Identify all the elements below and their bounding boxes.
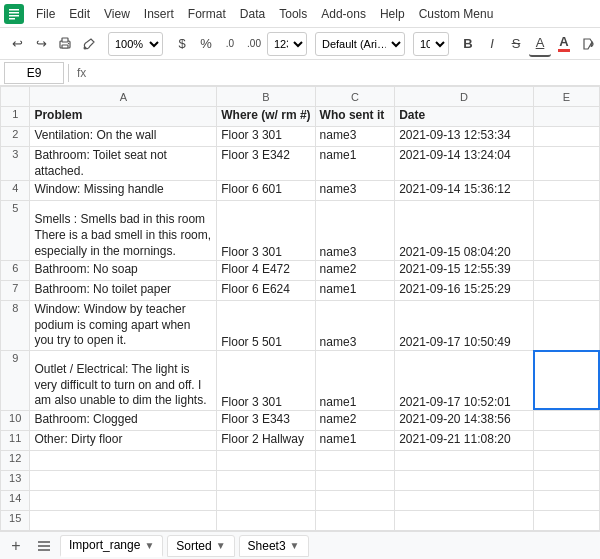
bold-button[interactable]: B [457, 31, 479, 57]
menu-help[interactable]: Help [374, 5, 411, 23]
cell-d15[interactable] [395, 510, 534, 530]
row-number-5[interactable]: 5 [1, 201, 30, 261]
cell-b6[interactable]: Floor 4 E472 [217, 261, 315, 281]
row-number-15[interactable]: 15 [1, 510, 30, 530]
cell-b14[interactable] [217, 490, 315, 510]
cell-c16[interactable] [315, 530, 395, 531]
cell-e5[interactable] [533, 201, 599, 261]
cell-d6[interactable]: 2021-09-15 12:55:39 [395, 261, 534, 281]
cell-a2[interactable]: Ventilation: On the wall [30, 127, 217, 147]
cell-c14[interactable] [315, 490, 395, 510]
cell-a5[interactable]: Smells : Smells bad in this room There i… [30, 201, 217, 261]
cell-c6[interactable]: name2 [315, 261, 395, 281]
tab-sheet3[interactable]: Sheet3 ▼ [239, 535, 309, 557]
col-header-b[interactable]: B [217, 87, 315, 107]
cell-b5[interactable]: Floor 3 301 [217, 201, 315, 261]
row-number-8[interactable]: 8 [1, 301, 30, 351]
cell-b15[interactable] [217, 510, 315, 530]
cell-c15[interactable] [315, 510, 395, 530]
cell-e15[interactable] [533, 510, 599, 530]
cell-b12[interactable] [217, 450, 315, 470]
row-number-16[interactable]: 16 [1, 530, 30, 531]
cell-c10[interactable]: name2 [315, 410, 395, 430]
row-number-3[interactable]: 3 [1, 147, 30, 181]
cell-d8[interactable]: 2021-09-17 10:50:49 [395, 301, 534, 351]
row-number-12[interactable]: 12 [1, 450, 30, 470]
cell-d11[interactable]: 2021-09-21 11:08:20 [395, 430, 534, 450]
cell-b8[interactable]: Floor 5 501 [217, 301, 315, 351]
cell-b16[interactable] [217, 530, 315, 531]
italic-button[interactable]: I [481, 31, 503, 57]
row-number-13[interactable]: 13 [1, 470, 30, 490]
sheet-list-button[interactable] [32, 535, 56, 557]
cell-c7[interactable]: name1 [315, 281, 395, 301]
cell-e6[interactable] [533, 261, 599, 281]
cell-c5[interactable]: name3 [315, 201, 395, 261]
formula-input[interactable] [94, 62, 596, 84]
zoom-select[interactable]: 100% [108, 32, 163, 56]
cell-b4[interactable]: Floor 6 601 [217, 181, 315, 201]
menu-addons[interactable]: Add-ons [315, 5, 372, 23]
menu-edit[interactable]: Edit [63, 5, 96, 23]
cell-d7[interactable]: 2021-09-16 15:25:29 [395, 281, 534, 301]
cell-b7[interactable]: Floor 6 E624 [217, 281, 315, 301]
fillcolor-button[interactable] [577, 31, 599, 57]
cell-e16[interactable] [533, 530, 599, 531]
menu-insert[interactable]: Insert [138, 5, 180, 23]
cell-a10[interactable]: Bathroom: Clogged [30, 410, 217, 430]
cell-a16[interactable] [30, 530, 217, 531]
row-number-11[interactable]: 11 [1, 430, 30, 450]
cell-e2[interactable] [533, 127, 599, 147]
cell-e8[interactable] [533, 301, 599, 351]
menu-format[interactable]: Format [182, 5, 232, 23]
cell-b2[interactable]: Floor 3 301 [217, 127, 315, 147]
cell-a15[interactable] [30, 510, 217, 530]
cell-a8[interactable]: Window: Window by teacher podium is comi… [30, 301, 217, 351]
cell-a3[interactable]: Bathroom: Toilet seat not attached. [30, 147, 217, 181]
currency-button[interactable]: $ [171, 31, 193, 57]
cell-d13[interactable] [395, 470, 534, 490]
paint-button[interactable] [78, 31, 100, 57]
col-header-a[interactable]: A [30, 87, 217, 107]
cell-c4[interactable]: name3 [315, 181, 395, 201]
cell-e3[interactable] [533, 147, 599, 181]
cell-d12[interactable] [395, 450, 534, 470]
cell-b11[interactable]: Floor 2 Hallway [217, 430, 315, 450]
cell-e10[interactable] [533, 410, 599, 430]
decimal0-button[interactable]: .0 [219, 31, 241, 57]
row-number-2[interactable]: 2 [1, 127, 30, 147]
cell-reference-input[interactable] [4, 62, 64, 84]
cell-c11[interactable]: name1 [315, 430, 395, 450]
cell-d5[interactable]: 2021-09-15 08:04:20 [395, 201, 534, 261]
cell-a6[interactable]: Bathroom: No soap [30, 261, 217, 281]
strikethrough-button[interactable]: S [505, 31, 527, 57]
print-button[interactable] [54, 31, 76, 57]
cell-b3[interactable]: Floor 3 E342 [217, 147, 315, 181]
cell-e12[interactable] [533, 450, 599, 470]
menu-view[interactable]: View [98, 5, 136, 23]
cell-c2[interactable]: name3 [315, 127, 395, 147]
row-number-9[interactable]: 9 [1, 350, 30, 410]
percent-button[interactable]: % [195, 31, 217, 57]
cell-a14[interactable] [30, 490, 217, 510]
cell-d1[interactable]: Date [395, 107, 534, 127]
font-select[interactable]: Default (Ari… [315, 32, 405, 56]
row-number-10[interactable]: 10 [1, 410, 30, 430]
col-header-d[interactable]: D [395, 87, 534, 107]
cell-e4[interactable] [533, 181, 599, 201]
cell-b10[interactable]: Floor 3 E343 [217, 410, 315, 430]
add-sheet-button[interactable]: + [4, 535, 28, 557]
tab-sorted[interactable]: Sorted ▼ [167, 535, 234, 557]
format-select[interactable]: 123 [267, 32, 307, 56]
cell-e11[interactable] [533, 430, 599, 450]
cell-a11[interactable]: Other: Dirty floor [30, 430, 217, 450]
menu-file[interactable]: File [30, 5, 61, 23]
cell-d9[interactable]: 2021-09-17 10:52:01 [395, 350, 534, 410]
menu-data[interactable]: Data [234, 5, 271, 23]
cell-c9[interactable]: name1 [315, 350, 395, 410]
row-number-4[interactable]: 4 [1, 181, 30, 201]
cell-c1[interactable]: Who sent it [315, 107, 395, 127]
undo-button[interactable]: ↩ [6, 31, 28, 57]
underline-button[interactable]: A [529, 31, 551, 57]
sheet-table-wrap[interactable]: A B C D E 1ProblemWhere (w/ rm #)Who sen… [0, 86, 600, 531]
